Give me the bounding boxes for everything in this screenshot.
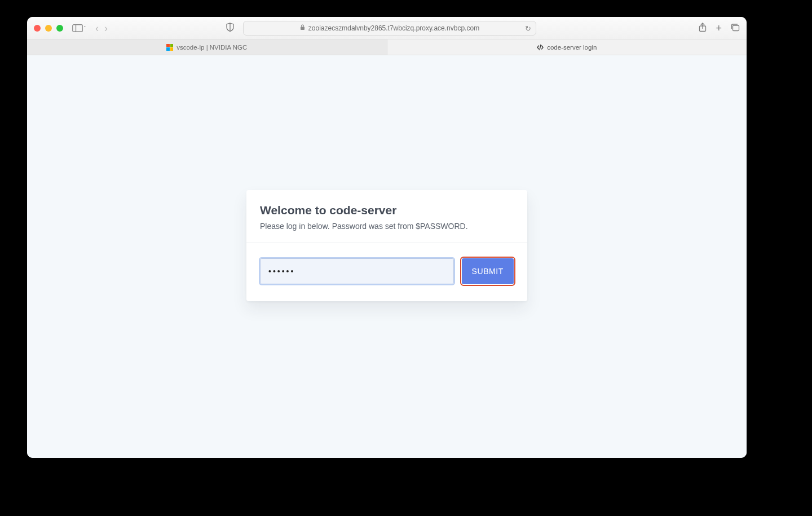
page-content: Welcome to code-server Please log in bel… bbox=[27, 55, 747, 458]
tab-label: vscode-lp | NVIDIA NGC bbox=[176, 44, 247, 51]
tab-code-server-login[interactable]: code-server login bbox=[387, 39, 747, 55]
new-tab-button[interactable]: + bbox=[716, 23, 722, 33]
browser-toolbar: ˅ ‹ › zooiazecszmdalvnby2865.t7wbcizq.pr… bbox=[27, 17, 747, 39]
toolbar-right: + bbox=[699, 23, 740, 33]
svg-rect-4 bbox=[733, 25, 739, 31]
sidebar-icon bbox=[72, 24, 83, 32]
share-button[interactable] bbox=[699, 23, 707, 33]
tab-vscode-lp[interactable]: vscode-lp | NVIDIA NGC bbox=[27, 39, 387, 55]
chevron-down-icon: ˅ bbox=[83, 25, 86, 31]
login-card: Welcome to code-server Please log in bel… bbox=[246, 190, 527, 301]
forward-button[interactable]: › bbox=[104, 23, 108, 33]
address-url: zooiazecszmdalvnby2865.t7wbcizq.proxy.ac… bbox=[308, 24, 479, 32]
password-input[interactable] bbox=[260, 258, 454, 284]
lock-icon bbox=[300, 24, 305, 32]
back-button[interactable]: ‹ bbox=[95, 23, 99, 33]
tab-overview-button[interactable] bbox=[731, 24, 740, 33]
window-minimize-button[interactable] bbox=[45, 25, 52, 32]
address-bar[interactable]: zooiazecszmdalvnby2865.t7wbcizq.proxy.ac… bbox=[243, 21, 536, 36]
login-form: SUBMIT bbox=[246, 242, 527, 301]
window-close-button[interactable] bbox=[34, 25, 41, 32]
sidebar-toggle-button[interactable]: ˅ bbox=[72, 24, 86, 32]
browser-window: ˅ ‹ › zooiazecszmdalvnby2865.t7wbcizq.pr… bbox=[27, 17, 747, 458]
login-heading: Welcome to code-server bbox=[260, 204, 514, 217]
window-controls bbox=[34, 25, 63, 32]
code-server-icon bbox=[537, 44, 544, 51]
address-bar-container: zooiazecszmdalvnby2865.t7wbcizq.proxy.ac… bbox=[243, 21, 536, 36]
microsoft-icon bbox=[166, 44, 173, 51]
submit-button[interactable]: SUBMIT bbox=[462, 258, 514, 284]
tab-label: code-server login bbox=[547, 44, 597, 51]
nav-buttons: ‹ › bbox=[95, 23, 108, 33]
login-card-header: Welcome to code-server Please log in bel… bbox=[246, 190, 527, 242]
svg-rect-0 bbox=[73, 24, 83, 32]
reload-button[interactable]: ↻ bbox=[525, 24, 531, 32]
privacy-shield-icon[interactable] bbox=[226, 23, 234, 34]
login-subtext: Please log in below. Password was set fr… bbox=[260, 222, 514, 231]
window-zoom-button[interactable] bbox=[56, 25, 63, 32]
tab-bar: vscode-lp | NVIDIA NGC code-server login bbox=[27, 39, 747, 55]
svg-rect-2 bbox=[301, 27, 304, 30]
